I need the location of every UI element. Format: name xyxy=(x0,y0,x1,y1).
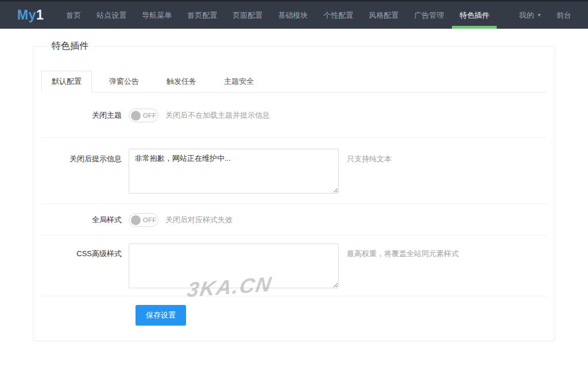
close-message-label: 关闭后提示信息 xyxy=(41,149,129,194)
toggle-knob-icon xyxy=(131,215,141,225)
nav-item-homepage-config[interactable]: 首页配置 xyxy=(180,2,225,29)
close-message-hint: 只支持纯文本 xyxy=(347,149,392,166)
nav-item-nav-menu[interactable]: 导航菜单 xyxy=(134,2,179,29)
advanced-css-control: 最高权重，将覆盖全站同元素样式 xyxy=(129,244,459,288)
advanced-css-textarea[interactable] xyxy=(129,244,339,288)
form-row-close-message: 关闭后提示信息 非常抱歉，网站正在维护中... 只支持纯文本 xyxy=(41,138,547,204)
form-row-save: 保存设置 xyxy=(41,296,547,341)
close-theme-hint: 关闭后不在加载主题并提示信息 xyxy=(165,109,270,122)
global-style-hint: 关闭后对应样式失效 xyxy=(165,213,233,227)
nav-item-ad-management[interactable]: 广告管理 xyxy=(407,2,451,29)
logo-text-blue: My xyxy=(17,7,36,23)
close-theme-toggle[interactable]: OFF xyxy=(129,109,158,122)
settings-form: 关闭主题 OFF 关闭后不在加载主题并提示信息 关闭后提示信息 非常抱歉，网站正… xyxy=(41,92,547,341)
account-dropdown[interactable]: 我的 ▼ xyxy=(512,10,549,21)
form-row-advanced-css: CSS高级样式 最高权重，将覆盖全站同元素样式 xyxy=(41,235,547,296)
tab-popup-announcement[interactable]: 弹窗公告 xyxy=(99,71,149,92)
global-style-control: OFF 关闭后对应样式失效 xyxy=(129,213,233,227)
advanced-css-hint: 最高权重，将覆盖全站同元素样式 xyxy=(347,244,459,261)
toggle-knob-icon xyxy=(131,111,141,121)
advanced-css-label: CSS高级样式 xyxy=(41,244,129,288)
tab-theme-security[interactable]: 主题安全 xyxy=(214,71,264,92)
global-style-toggle[interactable]: OFF xyxy=(129,213,158,227)
chevron-down-icon: ▼ xyxy=(537,13,541,18)
save-settings-button[interactable]: 保存设置 xyxy=(136,305,186,326)
nav-right-group: 我的 ▼ 前台 xyxy=(512,2,588,29)
form-row-global-style: 全局样式 OFF 关闭后对应样式失效 xyxy=(41,204,547,235)
nav-item-site-settings[interactable]: 站点设置 xyxy=(89,2,134,29)
nav-item-home[interactable]: 首页 xyxy=(59,2,88,29)
featured-plugins-panel: 特色插件 默认配置 弹窗公告 触发任务 主题安全 关闭主题 OFF 关闭后不在加… xyxy=(33,40,555,341)
toggle-state-label: OFF xyxy=(143,112,157,119)
nav-item-page-config[interactable]: 页面配置 xyxy=(225,2,270,29)
nav-item-basic-modules[interactable]: 基础模块 xyxy=(270,2,315,29)
global-style-label: 全局样式 xyxy=(41,213,129,227)
page-footer: © xyxy=(0,341,588,371)
close-message-textarea[interactable]: 非常抱歉，网站正在维护中... xyxy=(129,149,339,194)
panel-title: 特色插件 xyxy=(46,40,94,52)
tab-default-config[interactable]: 默认配置 xyxy=(41,71,92,92)
account-label: 我的 xyxy=(519,10,534,21)
nav-menu: 首页 站点设置 导航菜单 首页配置 页面配置 基础模块 个性配置 风格配置 广告… xyxy=(59,2,497,29)
config-tabs: 默认配置 弹窗公告 触发任务 主题安全 xyxy=(41,71,547,92)
nav-item-personalization[interactable]: 个性配置 xyxy=(316,2,361,29)
logo-text-white: 1 xyxy=(36,7,44,23)
form-row-close-theme: 关闭主题 OFF 关闭后不在加载主题并提示信息 xyxy=(41,92,547,138)
tab-trigger-tasks[interactable]: 触发任务 xyxy=(156,71,207,92)
nav-item-style-config[interactable]: 风格配置 xyxy=(361,2,406,29)
close-message-control: 非常抱歉，网站正在维护中... 只支持纯文本 xyxy=(129,149,392,194)
front-site-link[interactable]: 前台 xyxy=(549,10,579,21)
nav-item-featured-plugins[interactable]: 特色插件 xyxy=(452,2,497,29)
close-theme-control: OFF 关闭后不在加载主题并提示信息 xyxy=(129,109,270,122)
site-logo[interactable]: My 1 xyxy=(17,2,44,29)
main-content: 特色插件 默认配置 弹窗公告 触发任务 主题安全 关闭主题 OFF 关闭后不在加… xyxy=(33,29,555,341)
top-navbar: My 1 首页 站点设置 导航菜单 首页配置 页面配置 基础模块 个性配置 风格… xyxy=(0,0,588,29)
toggle-state-label: OFF xyxy=(143,217,157,223)
close-theme-label: 关闭主题 xyxy=(41,109,129,122)
